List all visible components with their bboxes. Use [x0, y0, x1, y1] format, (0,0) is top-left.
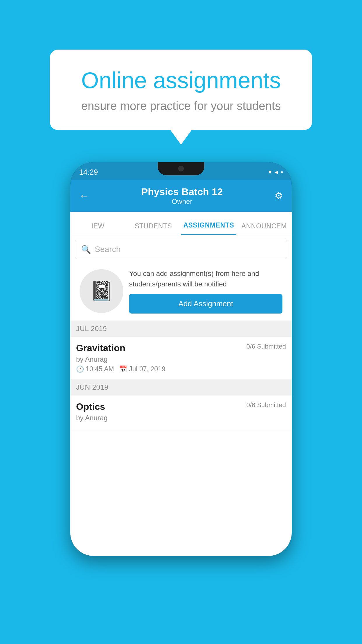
assignment-submitted-optics: 0/6 Submitted [246, 401, 286, 409]
status-icons: ▾ ◂ ▪ [268, 168, 283, 176]
app-header: ← Physics Batch 12 Owner ⚙ [70, 180, 292, 212]
header-subtitle: Owner [141, 197, 223, 206]
promo-icon-wrap: 📓 [80, 269, 123, 313]
assignment-meta: 🕐 10:45 AM 📅 Jul 07, 2019 [76, 365, 286, 373]
assignment-date: Jul 07, 2019 [129, 365, 165, 373]
battery-icon: ▪ [281, 168, 283, 176]
tab-assignments[interactable]: ASSIGNMENTS [181, 221, 236, 235]
assignment-time: 10:45 AM [86, 365, 114, 373]
promo-card: 📓 You can add assignment(s) from here an… [75, 264, 287, 318]
camera-dot [178, 166, 184, 172]
notebook-icon: 📓 [90, 280, 113, 302]
month-header-jul: JUL 2019 [70, 321, 292, 337]
tab-announcements[interactable]: ANNOUNCEM [236, 222, 292, 235]
bubble-subtitle: ensure more practice for your students [73, 99, 289, 113]
clock-icon: 🕐 [76, 365, 84, 373]
tab-students[interactable]: STUDENTS [126, 222, 181, 235]
search-bar[interactable]: 🔍 Search [75, 240, 287, 259]
assignment-author: by Anurag [76, 355, 286, 363]
phone-notch [158, 162, 204, 175]
signal-icon: ◂ [275, 168, 278, 176]
assignment-item-optics[interactable]: Optics 0/6 Submitted by Anurag [70, 396, 292, 430]
back-button[interactable]: ← [79, 190, 89, 202]
assignment-row-top: Gravitation 0/6 Submitted [76, 343, 286, 354]
search-placeholder: Search [95, 245, 121, 254]
promo-description: You can add assignment(s) from here and … [129, 268, 282, 289]
screen-content: 🔍 Search 📓 You can add assignment(s) fro… [70, 235, 292, 556]
header-title: Physics Batch 12 [141, 186, 223, 197]
promo-bubble: Online assignments ensure more practice … [50, 50, 312, 130]
assignment-submitted: 0/6 Submitted [246, 343, 286, 350]
calendar-icon: 📅 [119, 365, 127, 373]
promo-text: You can add assignment(s) from here and … [129, 268, 282, 314]
search-icon: 🔍 [81, 245, 91, 254]
assignment-name-optics: Optics [76, 401, 105, 412]
tabs-bar: IEW STUDENTS ASSIGNMENTS ANNOUNCEM [70, 212, 292, 235]
assignment-author-optics: by Anurag [76, 414, 286, 422]
meta-time: 🕐 10:45 AM [76, 365, 114, 373]
wifi-icon: ▾ [268, 168, 272, 176]
status-time: 14:29 [79, 168, 98, 177]
phone-frame: 14:29 ▾ ◂ ▪ ← Physics Batch 12 Owner ⚙ I… [70, 162, 292, 556]
add-assignment-button[interactable]: Add Assignment [129, 294, 282, 314]
assignment-row-top-2: Optics 0/6 Submitted [76, 401, 286, 412]
bubble-title: Online assignments [73, 67, 289, 94]
assignment-item-gravitation[interactable]: Gravitation 0/6 Submitted by Anurag 🕐 10… [70, 337, 292, 379]
month-header-jun: JUN 2019 [70, 379, 292, 396]
tab-iew[interactable]: IEW [70, 222, 126, 235]
assignment-name: Gravitation [76, 343, 125, 354]
settings-icon[interactable]: ⚙ [275, 190, 283, 201]
header-center: Physics Batch 12 Owner [141, 186, 223, 206]
meta-date: 📅 Jul 07, 2019 [119, 365, 165, 373]
